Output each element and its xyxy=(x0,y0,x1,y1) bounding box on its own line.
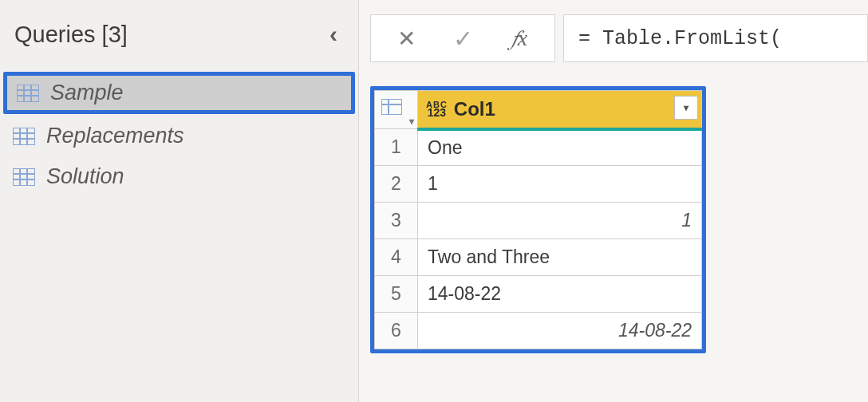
data-preview-table: ▾ ABC 123 Col1 ▾ xyxy=(370,86,706,353)
cancel-formula-icon[interactable]: ✕ xyxy=(385,26,428,52)
cell-value[interactable]: One xyxy=(418,129,702,166)
table-row[interactable]: 514-08-22 xyxy=(375,276,702,313)
cell-value[interactable]: 14-08-22 xyxy=(418,313,702,349)
query-item-sample[interactable]: Sample xyxy=(3,72,355,114)
apply-formula-icon[interactable]: ✓ xyxy=(441,25,484,53)
svg-rect-0 xyxy=(17,85,39,102)
row-index: 4 xyxy=(375,239,418,276)
column-header-col1[interactable]: ABC 123 Col1 ▾ xyxy=(418,91,702,129)
query-item-label: Replacements xyxy=(46,124,184,148)
cell-value[interactable]: 1 xyxy=(418,203,702,239)
queries-pane: Queries [3] ‹ SampleReplacementsSolution xyxy=(0,0,359,402)
column-header-label: Col1 xyxy=(454,98,495,120)
query-item-label: Solution xyxy=(46,164,124,189)
formula-bar: ✕ ✓ 𝑓x = Table.FromList( xyxy=(370,14,868,62)
table-row[interactable]: 614-08-22 xyxy=(375,313,702,349)
row-index: 2 xyxy=(375,166,418,203)
row-index: 3 xyxy=(375,203,418,239)
column-filter-button[interactable]: ▾ xyxy=(674,96,698,120)
table-row[interactable]: 21 xyxy=(375,166,702,203)
table-icon xyxy=(13,168,35,186)
query-item-replacements[interactable]: Replacements xyxy=(0,116,358,156)
table-corner-button[interactable]: ▾ xyxy=(375,91,418,129)
formula-bar-actions: ✕ ✓ 𝑓x xyxy=(370,14,555,62)
collapse-pane-icon[interactable]: ‹ xyxy=(329,21,344,48)
row-index: 5 xyxy=(375,276,418,313)
svg-rect-10 xyxy=(13,168,35,186)
any-type-icon: ABC 123 xyxy=(426,101,448,117)
fx-icon[interactable]: 𝑓x xyxy=(498,26,541,52)
table-icon xyxy=(13,128,35,145)
row-index: 1 xyxy=(375,129,418,166)
main-area: ✕ ✓ 𝑓x = Table.FromList( xyxy=(359,0,868,402)
svg-rect-5 xyxy=(13,128,35,145)
svg-rect-15 xyxy=(381,99,402,115)
query-item-solution[interactable]: Solution xyxy=(0,156,358,197)
formula-input[interactable]: = Table.FromList( xyxy=(563,14,868,62)
table-icon xyxy=(17,85,39,102)
cell-value[interactable]: 14-08-22 xyxy=(418,276,702,313)
chevron-down-icon: ▾ xyxy=(409,116,414,127)
table-row[interactable]: 4Two and Three xyxy=(375,239,702,276)
cell-value[interactable]: 1 xyxy=(418,166,702,203)
query-item-label: Sample xyxy=(50,81,124,105)
table-row[interactable]: 31 xyxy=(375,203,702,239)
row-index: 6 xyxy=(375,313,418,349)
queries-pane-title: Queries [3] xyxy=(14,22,128,48)
table-row[interactable]: 1One xyxy=(375,129,702,166)
cell-value[interactable]: Two and Three xyxy=(418,239,702,276)
